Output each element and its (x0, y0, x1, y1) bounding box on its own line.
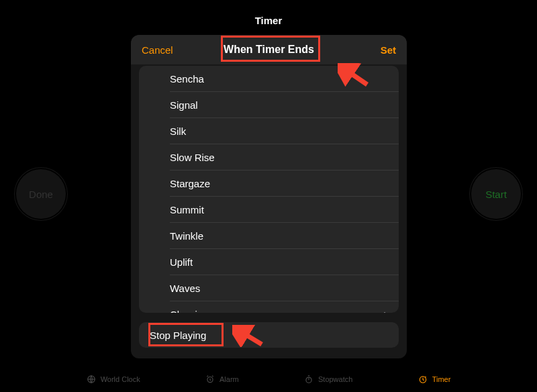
timer-icon (418, 375, 428, 384)
tab-world-clock[interactable]: World Clock (87, 375, 140, 384)
tab-timer[interactable]: Timer (418, 375, 451, 384)
tone-item-twinkle[interactable]: Twinkle (139, 223, 399, 249)
tone-item-summit[interactable]: Summit (139, 197, 399, 223)
tone-item-sencha[interactable]: Sencha (139, 66, 399, 92)
tone-label: Stargaze (170, 178, 210, 189)
tab-label: Alarm (219, 375, 239, 383)
cancel-button[interactable]: Cancel (142, 44, 173, 56)
set-button[interactable]: Set (381, 44, 396, 56)
tone-label: Twinkle (170, 230, 203, 242)
tone-label: Signal (170, 99, 198, 111)
tone-item-classic[interactable]: Classic (139, 301, 399, 313)
tone-label: Slow Rise (170, 152, 215, 163)
modal-body: Sencha Signal Silk Slow Rise Stargaze Su… (131, 64, 407, 358)
tone-label: Uplift (170, 256, 193, 268)
chevron-right-icon (384, 311, 389, 313)
done-button[interactable]: Done (16, 169, 66, 219)
tone-item-slow-rise[interactable]: Slow Rise (139, 144, 399, 170)
start-button[interactable]: Start (471, 169, 521, 219)
tab-stopwatch[interactable]: Stopwatch (304, 375, 352, 384)
tone-item-uplift[interactable]: Uplift (139, 249, 399, 275)
tone-item-waves[interactable]: Waves (139, 275, 399, 301)
tab-bar: World Clock Alarm Stopwatch Timer (0, 375, 537, 384)
globe-icon (87, 375, 96, 384)
tab-label: Timer (432, 375, 451, 383)
modal-footer: Stop Playing (139, 322, 399, 348)
modal-header: Cancel When Timer Ends Set (131, 35, 407, 64)
page-title: Timer (0, 15, 537, 26)
tone-label: Sencha (170, 73, 204, 85)
tab-label: Stopwatch (318, 375, 352, 383)
tone-item-signal[interactable]: Signal (139, 92, 399, 118)
tab-label: World Clock (101, 375, 140, 383)
stopwatch-icon (304, 375, 313, 384)
alarm-icon (205, 375, 215, 384)
stop-playing-label: Stop Playing (150, 330, 206, 341)
when-timer-ends-modal: Cancel When Timer Ends Set Sencha Signal… (131, 35, 407, 358)
tone-label: Summit (170, 204, 204, 215)
tone-item-stargaze[interactable]: Stargaze (139, 170, 399, 197)
tab-alarm[interactable]: Alarm (205, 375, 239, 384)
tone-list[interactable]: Sencha Signal Silk Slow Rise Stargaze Su… (139, 66, 399, 313)
tone-label: Waves (170, 283, 200, 294)
stop-playing-item[interactable]: Stop Playing (139, 322, 399, 348)
tone-label: Classic (170, 309, 202, 313)
tone-label: Silk (170, 126, 186, 137)
tone-item-silk[interactable]: Silk (139, 118, 399, 144)
